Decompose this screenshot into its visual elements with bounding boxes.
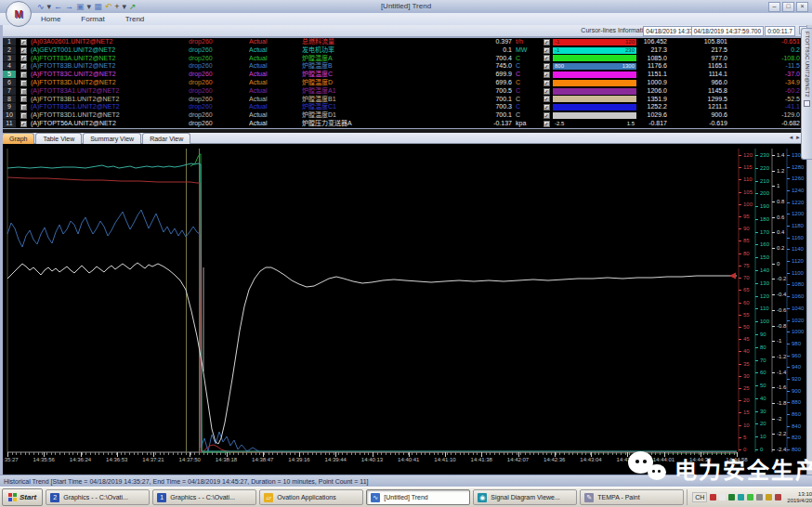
- taskbar-item[interactable]: ∿[Untitled] Trend: [366, 489, 470, 505]
- scale-bar[interactable]: [553, 104, 636, 110]
- table-row[interactable]: 6 (A)FTOTT83D.UNIT2@NET2 drop260 Actual …: [3, 79, 802, 87]
- table-row[interactable]: 5 (A)FTOTT83C.UNIT2@NET2 drop260 Actual …: [3, 71, 802, 79]
- ribbon-tab-trend[interactable]: Trend: [122, 15, 149, 23]
- add-icon[interactable]: +: [114, 2, 119, 11]
- view-tab-radar-view[interactable]: Radar View: [142, 133, 190, 144]
- tray-icon[interactable]: [775, 494, 781, 500]
- plot-checkbox[interactable]: ✓: [20, 39, 27, 46]
- scale-checkbox[interactable]: ✓: [544, 112, 550, 119]
- table-row[interactable]: 9 (A)FTOTT83C1.UNIT2@NET2 drop260 Actual…: [3, 103, 802, 111]
- view-tab-table-view[interactable]: Table View: [35, 133, 82, 144]
- forward-arrow-icon[interactable]: →: [65, 2, 73, 11]
- dropdown-caret-icon[interactable]: ▾: [122, 2, 126, 11]
- taskbar-item[interactable]: ▱Ovation Applications: [259, 489, 363, 505]
- scale-checkbox[interactable]: ✓: [544, 63, 550, 70]
- tab-scroll-arrows-icon[interactable]: ◄ ►: [788, 135, 801, 140]
- cursor-time-2[interactable]: 04/18/2019 14:37:59.700: [691, 26, 764, 36]
- view-tab-summary-view[interactable]: Summary View: [83, 133, 141, 144]
- scale-checkbox[interactable]: ✓: [544, 80, 550, 86]
- plot-checkbox[interactable]: [20, 80, 27, 86]
- tray-icon[interactable]: [738, 494, 744, 500]
- taskbar-item[interactable]: ◉Signal Diagram Viewe...: [473, 489, 577, 505]
- plot-checkbox[interactable]: [20, 72, 27, 78]
- layout-grid-icon[interactable]: ▦: [94, 2, 102, 11]
- table-row[interactable]: 1 ✓ (A)03A02601.UNIT2@NET2 drop260 Actua…: [3, 38, 802, 46]
- dropdown-caret-icon[interactable]: ▾: [47, 2, 52, 11]
- view-tab-graph[interactable]: Graph: [2, 133, 34, 144]
- row-number[interactable]: 10: [3, 111, 16, 120]
- row-number[interactable]: 2: [3, 46, 16, 55]
- row-number[interactable]: 4: [3, 62, 16, 71]
- scale-bar[interactable]: -2.5 1.5: [553, 121, 636, 127]
- row-number[interactable]: 3: [3, 55, 16, 63]
- signal-icon[interactable]: ↗: [129, 2, 137, 11]
- scale-checkbox[interactable]: ✓: [544, 104, 550, 110]
- scale-checkbox[interactable]: ✓: [544, 88, 550, 95]
- taskbar-item[interactable]: ✎TEMPA - Paint: [580, 489, 684, 505]
- row-number[interactable]: 8: [3, 96, 16, 104]
- scale-bar[interactable]: [553, 72, 636, 78]
- row-number[interactable]: 7: [3, 87, 16, 96]
- table-row[interactable]: 4 ✓ (A)FTOTT83B.UNIT2@NET2 drop260 Actua…: [3, 62, 802, 71]
- scale-bar[interactable]: -1 230: [553, 47, 636, 54]
- scale-bar[interactable]: [553, 55, 636, 61]
- plot-checkbox[interactable]: [20, 88, 27, 95]
- taskbar-clock[interactable]: 13:102019/4/20: [787, 491, 812, 504]
- maximize-button[interactable]: □: [782, 2, 794, 12]
- trend-graph-canvas[interactable]: 1201151101051009590858075706560555045403…: [0, 144, 812, 474]
- scale-bar[interactable]: [553, 88, 636, 95]
- start-button[interactable]: Start: [2, 488, 43, 506]
- scale-bar[interactable]: -1 120: [553, 39, 636, 46]
- row-number[interactable]: 1: [3, 38, 16, 46]
- plot-checkbox[interactable]: ✓: [20, 47, 27, 54]
- table-row[interactable]: 3 ✓ (A)FTOTT83A.UNIT2@NET2 drop260 Actua…: [3, 55, 802, 63]
- row-number[interactable]: 6: [3, 79, 16, 87]
- taskbar-item[interactable]: 2Graphics - - C:\Ovati...: [46, 489, 150, 505]
- scale-bar[interactable]: [553, 96, 636, 102]
- tray-icon[interactable]: [747, 494, 753, 500]
- generator-power-axis-tick-label: 70: [760, 358, 766, 363]
- plot-checkbox[interactable]: ✓: [20, 55, 27, 61]
- trend-chart-icon[interactable]: ∿: [37, 2, 45, 11]
- tray-icon[interactable]: [719, 494, 726, 500]
- scale-bar[interactable]: [553, 80, 636, 86]
- taskbar-item[interactable]: 1Graphics - - C:\Ovati...: [152, 489, 256, 505]
- scale-checkbox[interactable]: ✓: [544, 55, 550, 61]
- scale-checkbox[interactable]: ✓: [544, 121, 550, 127]
- table-row[interactable]: 11 ✓ (A)FTOPT56A.UNIT2@NET2 drop260 Actu…: [3, 120, 802, 128]
- back-arrow-icon[interactable]: ←: [54, 2, 62, 11]
- dropdown-caret-icon[interactable]: ▾: [87, 2, 92, 11]
- row-number[interactable]: 9: [3, 103, 16, 111]
- app-logo-icon[interactable]: M: [6, 1, 32, 27]
- scale-checkbox[interactable]: ✓: [544, 96, 550, 102]
- row-number[interactable]: 5: [3, 71, 16, 79]
- table-row[interactable]: 7 (A)FTOTT83A1.UNIT2@NET2 drop260 Actual…: [3, 87, 802, 96]
- plot-checkbox[interactable]: ✓: [20, 121, 27, 127]
- close-button[interactable]: ×: [796, 2, 808, 12]
- side-panel-tab[interactable]: FTOTT83C.UNIT2@NET2: [801, 28, 812, 160]
- undo-icon[interactable]: ↶: [105, 2, 112, 11]
- table-row[interactable]: 10 (A)FTOTT83D1.UNIT2@NET2 drop260 Actua…: [3, 111, 802, 120]
- plot-checkbox[interactable]: [20, 96, 27, 102]
- scale-checkbox[interactable]: ✓: [544, 47, 550, 54]
- plot-checkbox[interactable]: ✓: [20, 63, 27, 70]
- scale-checkbox[interactable]: ✓: [544, 39, 550, 46]
- ribbon-tab-format[interactable]: Format: [77, 15, 108, 23]
- minimize-button[interactable]: –: [768, 2, 780, 12]
- table-row[interactable]: 2 ✓ (A)GEV3T001.UNIT2@NET2 drop260 Actua…: [3, 46, 802, 55]
- tray-icon[interactable]: [766, 494, 772, 500]
- scale-checkbox[interactable]: ✓: [544, 72, 550, 78]
- table-row[interactable]: 8 (A)FTOTT83B1.UNIT2@NET2 drop260 Actual…: [3, 96, 802, 104]
- window-icon[interactable]: ▣: [76, 2, 85, 11]
- tray-icon[interactable]: [710, 494, 716, 500]
- plot-checkbox[interactable]: [20, 104, 27, 110]
- plot-checkbox[interactable]: [20, 112, 27, 119]
- scale-bar[interactable]: [553, 112, 636, 119]
- row-number[interactable]: 11: [3, 120, 16, 128]
- tray-icon[interactable]: [728, 494, 735, 500]
- fuel-flow-axis-tick-label: 15: [743, 410, 750, 415]
- tray-icon[interactable]: [756, 494, 763, 500]
- scale-bar[interactable]: 800 1300: [553, 63, 636, 70]
- language-indicator[interactable]: CH: [692, 492, 707, 502]
- ribbon-tab-home[interactable]: Home: [37, 15, 64, 23]
